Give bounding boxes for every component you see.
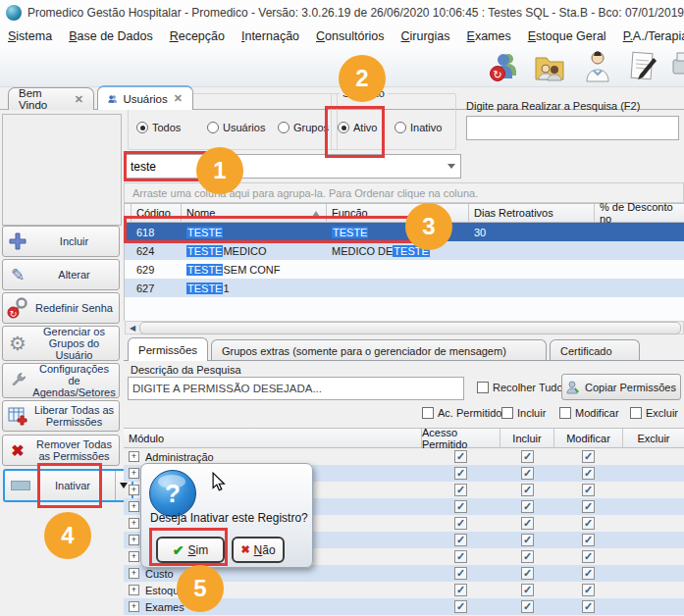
permission-search-input[interactable] [128,377,464,400]
remover-permissoes-label: Remover Todas as Permissões [32,438,116,462]
checked-checkbox-icon[interactable]: ✓ [521,500,534,513]
radio-usuarios[interactable]: Usuários [207,122,265,133]
col-incluir[interactable]: Incluir [500,428,554,448]
expand-icon[interactable]: + [129,535,139,545]
col-modulo[interactable]: Módulo [124,428,422,448]
document-sign-icon[interactable] [626,50,659,83]
expand-icon[interactable]: + [129,485,139,495]
menu-pa-terapias[interactable]: P.A./Terapias [623,29,684,43]
expand-icon[interactable]: + [129,451,139,462]
checked-checkbox-icon[interactable]: ✓ [521,450,534,463]
tab-usuarios[interactable]: Usuários ✕ [97,85,193,110]
checked-checkbox-icon[interactable]: ✓ [582,534,595,546]
table-row[interactable]: 627 TESTE1 [125,279,684,297]
search-input[interactable] [466,116,679,140]
checked-checkbox-icon[interactable]: ✓ [521,467,534,480]
users-folder-icon[interactable] [533,50,566,83]
close-icon[interactable]: ✕ [174,92,183,105]
incluir-label: Incluir [32,235,116,247]
expand-icon[interactable]: + [129,601,139,612]
menu-base-de-dados[interactable]: Base de Dados [69,29,152,43]
redefinir-senha-button[interactable]: ↻ Redefinir Senha [2,292,120,324]
checked-checkbox-icon[interactable]: ✓ [454,534,467,546]
doctor-icon[interactable] [581,50,614,83]
gerenciar-grupos-button[interactable]: ⚙ Gerenciar os Grupos do Usuário [2,326,120,361]
checked-checkbox-icon[interactable]: ✓ [454,584,467,596]
incluir-checkbox[interactable]: Incluir [501,407,546,419]
checked-checkbox-icon[interactable]: ✓ [454,467,467,480]
radio-grupos[interactable]: Grupos [278,122,329,133]
col-modificar[interactable]: Modificar [554,428,623,448]
liberar-permissoes-button[interactable]: Liberar Todas as Permissões [2,400,120,432]
menu-recepcao[interactable]: Recepção [170,29,225,43]
nao-button[interactable]: ✖ Não [232,537,285,563]
checked-checkbox-icon[interactable]: ✓ [521,550,534,563]
radio-inativo[interactable]: Inativo [395,122,442,133]
tab-permissoes[interactable]: Permissões [128,337,208,361]
checked-checkbox-icon[interactable]: ✓ [582,450,595,463]
col-excluir[interactable]: Excluir [623,428,684,448]
scroll-left-icon[interactable]: ◀ [126,322,139,334]
checked-checkbox-icon[interactable]: ✓ [454,550,467,563]
scrollbar-thumb[interactable] [139,322,681,334]
alterar-button[interactable]: ✎ Alterar [2,259,120,290]
checked-checkbox-icon[interactable]: ✓ [521,600,534,613]
annotation-rect-4 [37,463,102,508]
expand-icon[interactable]: + [129,568,139,579]
expand-icon[interactable]: + [129,501,139,512]
checked-checkbox-icon[interactable]: ✓ [454,600,467,613]
checked-checkbox-icon[interactable]: ✓ [521,534,534,546]
recolher-tudo-checkbox[interactable]: Recolher Tudo [477,382,563,393]
incluir-button[interactable]: Incluir [2,226,120,257]
table-row[interactable]: 624 TESTE MEDICO MEDICO DE TESTE [125,241,684,260]
checked-checkbox-icon[interactable]: ✓ [582,600,595,613]
tab-certificado[interactable]: Certificado [550,339,640,361]
excluir-checkbox[interactable]: Excluir [630,407,678,419]
expand-icon[interactable]: + [129,468,139,479]
expand-icon[interactable]: + [129,518,139,529]
remover-permissoes-button[interactable]: ✖ Remover Todas as Permissões [2,435,120,466]
checked-checkbox-icon[interactable]: ✓ [582,517,595,530]
col-dias-retroativos[interactable]: Dias Retroativos [469,203,595,223]
config-agendas-button[interactable]: Configurações de Agendas/Setores [2,363,120,398]
expand-icon[interactable]: + [129,585,139,595]
modificar-checkbox[interactable]: Modificar [559,407,619,419]
menu-cirurgias[interactable]: Cirurgias [401,29,450,43]
checked-checkbox-icon[interactable]: ✓ [582,550,595,563]
tab-bem-vindo[interactable]: Bem Vindo ✕ [8,87,94,110]
checked-checkbox-icon[interactable]: ✓ [582,484,595,496]
refresh-users-icon[interactable]: ↻ [488,50,521,83]
checked-checkbox-icon[interactable]: ✓ [521,567,534,580]
horizontal-scrollbar[interactable]: ◀ [125,321,684,334]
checked-checkbox-icon[interactable]: ✓ [521,517,534,530]
menu-exames[interactable]: Exames [467,29,511,43]
radio-todos[interactable]: Todos [136,122,181,133]
close-icon[interactable]: ✕ [75,93,83,106]
checked-checkbox-icon[interactable]: ✓ [454,484,467,496]
checked-checkbox-icon[interactable]: ✓ [454,567,467,580]
menu-sistema[interactable]: Sistema [8,29,52,43]
col-acesso-permitido[interactable]: Acesso Permitido [422,428,500,448]
checked-checkbox-icon[interactable]: ✓ [582,500,595,513]
checked-checkbox-icon[interactable]: ✓ [521,584,534,596]
menu-internacao[interactable]: Internação [241,29,299,43]
combo-dropdown[interactable] [443,164,460,169]
tab-grupos-extras[interactable]: Grupos extras (somente para o gerenciado… [211,339,547,361]
expand-icon[interactable]: + [129,551,139,562]
col-desconto[interactable]: % de Desconto no [595,203,684,223]
ac-permitido-checkbox[interactable]: Ac. Permitido [422,407,501,419]
checked-checkbox-icon[interactable]: ✓ [454,500,467,513]
cell-desconto [595,223,684,241]
menu-estoque-geral[interactable]: Estoque Geral [528,29,606,43]
checked-checkbox-icon[interactable]: ✓ [454,517,467,530]
checked-checkbox-icon[interactable]: ✓ [582,467,595,480]
cell-desconto [595,260,684,279]
printer-icon[interactable] [671,50,684,83]
copiar-permissoes-button[interactable]: Copiar Permissões [561,374,681,400]
checked-checkbox-icon[interactable]: ✓ [582,584,595,596]
menu-consultorios[interactable]: Consultórios [316,29,384,43]
checked-checkbox-icon[interactable]: ✓ [521,484,534,496]
checked-checkbox-icon[interactable]: ✓ [454,450,467,463]
table-row[interactable]: 629 TESTE SEM CONF [125,260,684,279]
checked-checkbox-icon[interactable]: ✓ [582,567,595,580]
